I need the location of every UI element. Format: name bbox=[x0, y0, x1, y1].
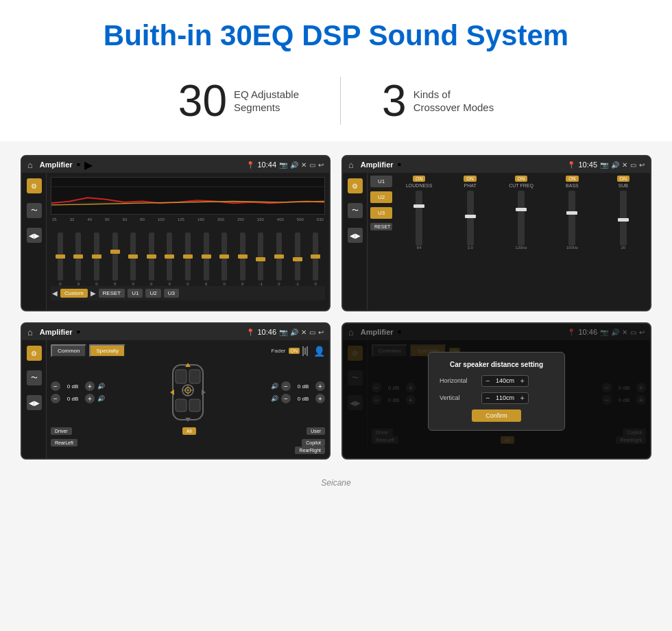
wave-icon[interactable]: 〜 bbox=[27, 203, 42, 218]
amp-vol-sidebar-icon[interactable]: ◀▶ bbox=[27, 395, 42, 410]
amp-minus-rr[interactable]: − bbox=[281, 394, 291, 403]
vol-sidebar-icon[interactable]: ◀▶ bbox=[27, 228, 42, 243]
eq-bottom-bar: ◀ Custom ▶ RESET U1 U2 U3 bbox=[51, 286, 325, 300]
eq-slider-12[interactable]: 0 bbox=[271, 233, 287, 286]
eq-chart bbox=[51, 177, 325, 215]
eq-slider-7[interactable]: 0 bbox=[180, 233, 196, 286]
eq-slider-5[interactable]: 0 bbox=[143, 233, 160, 286]
eq-u3-btn[interactable]: U3 bbox=[164, 289, 179, 298]
amp-fader-on[interactable]: ON bbox=[289, 348, 300, 354]
eq-slider-0[interactable]: 0 bbox=[52, 233, 69, 286]
eq-custom-btn[interactable]: Custom bbox=[60, 289, 88, 298]
eq-next-icon[interactable]: ▶ bbox=[91, 289, 96, 297]
eq-slider-13[interactable]: -1 bbox=[289, 233, 306, 286]
home-icon[interactable]: ⌂ bbox=[27, 160, 33, 170]
cx-u3-btn[interactable]: U3 bbox=[370, 207, 392, 219]
vertical-minus[interactable]: − bbox=[485, 394, 490, 402]
eq-slider-11[interactable]: -1 bbox=[253, 233, 269, 286]
cx-vol-icon[interactable]: ◀▶ bbox=[348, 228, 363, 243]
eq-slider-9[interactable]: 0 bbox=[216, 233, 232, 286]
eq-slider-8[interactable]: 0 bbox=[198, 233, 215, 286]
eq-slider-4[interactable]: 0 bbox=[125, 233, 141, 286]
amp-eq-icon[interactable]: ⚙ bbox=[27, 346, 42, 361]
brand-label: Seicane bbox=[321, 478, 350, 488]
cx-content: ⚙ 〜 ◀▶ U1 U2 U3 RESET ON LOUDNESS bbox=[343, 173, 650, 310]
amp-plus-rl[interactable]: + bbox=[85, 394, 95, 403]
amp-rearright-btn[interactable]: RearRight bbox=[295, 447, 325, 454]
amp-copilot-btn[interactable]: Copilot bbox=[302, 439, 325, 447]
home-icon-amp[interactable]: ⌂ bbox=[27, 327, 33, 337]
eq-prev-icon[interactable]: ◀ bbox=[52, 289, 58, 297]
cx-u2-btn[interactable]: U2 bbox=[370, 191, 392, 203]
amp-minus-fl[interactable]: − bbox=[51, 381, 60, 391]
eq-slider-6[interactable]: 0 bbox=[162, 233, 178, 286]
amp-content: ⚙ 〜 ◀▶ Common Specialty Fader ON bbox=[22, 340, 329, 458]
amp-speaker-rr: 🔊 bbox=[271, 395, 278, 402]
status-bar-amp: ⌂ Amplifier ▪ 📍 10:46 📷 🔊 ✕ ▭ ↩ bbox=[22, 324, 329, 340]
status-icons-cx: 📍 10:45 📷 🔊 ✕ ▭ ↩ bbox=[567, 160, 645, 169]
car-svg bbox=[160, 361, 215, 423]
horizontal-minus[interactable]: − bbox=[485, 377, 490, 385]
amp-minus-rl[interactable]: − bbox=[51, 394, 60, 403]
amp-minus-fr[interactable]: − bbox=[281, 381, 291, 391]
amp-user-btn[interactable]: User bbox=[307, 427, 325, 435]
amp-plus-fl[interactable]: + bbox=[85, 381, 95, 391]
close-icon[interactable]: ✕ bbox=[301, 161, 307, 169]
window-icon-cx: ▭ bbox=[630, 161, 636, 169]
stats-row: 30 EQ Adjustable Segments 3 Kinds of Cro… bbox=[0, 64, 672, 141]
cx-loudness-on[interactable]: ON bbox=[413, 176, 426, 182]
dialog-title: Car speaker distance setting bbox=[440, 361, 553, 368]
back-icon[interactable]: ↩ bbox=[318, 161, 324, 169]
eq-u1-btn[interactable]: U1 bbox=[128, 289, 143, 298]
cx-cutfreq-slider[interactable] bbox=[518, 191, 525, 246]
amp-wave-icon[interactable]: 〜 bbox=[27, 370, 42, 385]
cx-bass-slider[interactable] bbox=[568, 191, 575, 246]
amp-speaker-fr: 🔊 bbox=[271, 383, 278, 390]
cx-bass-on[interactable]: ON bbox=[566, 176, 579, 182]
cx-eq-icon[interactable]: ⚙ bbox=[348, 178, 363, 193]
close-icon-amp[interactable]: ✕ bbox=[301, 329, 307, 336]
status-icons-amp: 📍 10:46 📷 🔊 ✕ ▭ ↩ bbox=[246, 328, 324, 336]
cx-wave-icon[interactable]: 〜 bbox=[348, 203, 363, 218]
amp-plus-fr[interactable]: + bbox=[315, 381, 325, 391]
amp-speaker-rl: 🔊 bbox=[97, 395, 105, 402]
amp-specialty-btn[interactable]: Specialty bbox=[89, 344, 125, 357]
back-icon-cx[interactable]: ↩ bbox=[639, 161, 645, 169]
cx-sub-on[interactable]: ON bbox=[617, 176, 630, 182]
eq-slider-2[interactable]: 0 bbox=[88, 233, 105, 286]
cx-phat-on[interactable]: ON bbox=[464, 176, 477, 182]
cx-reset-btn[interactable]: RESET bbox=[370, 223, 392, 230]
horizontal-plus[interactable]: + bbox=[520, 377, 524, 385]
volume-icon-cx: 🔊 bbox=[611, 161, 619, 169]
amp-driver-btn[interactable]: Driver bbox=[51, 427, 72, 435]
back-icon-amp[interactable]: ↩ bbox=[318, 329, 324, 336]
confirm-button[interactable]: Confirm bbox=[472, 409, 521, 422]
cx-u1-btn[interactable]: U1 bbox=[370, 176, 392, 187]
eq-slider-1[interactable]: 0 bbox=[71, 233, 87, 286]
eq-slider-3[interactable]: 5 bbox=[107, 233, 123, 286]
vertical-plus[interactable]: + bbox=[520, 394, 524, 402]
screenshots-grid: ⌂ Amplifier ▪ ▶ 📍 10:44 📷 🔊 ✕ ▭ ↩ ⚙ 〜 ◀▶ bbox=[0, 141, 672, 473]
eq-reset-btn[interactable]: RESET bbox=[99, 289, 125, 298]
amp-plus-rr[interactable]: + bbox=[315, 394, 325, 403]
eq-play-icon[interactable]: ▶ bbox=[84, 158, 93, 171]
home-icon-cx[interactable]: ⌂ bbox=[348, 160, 354, 170]
cx-sub-slider[interactable] bbox=[620, 191, 627, 246]
amp-user-icon[interactable]: 👤 bbox=[313, 346, 325, 357]
amp-common-btn[interactable]: Common bbox=[51, 344, 86, 357]
amp-all-btn[interactable]: All bbox=[182, 427, 196, 435]
cx-loudness-slider[interactable] bbox=[416, 191, 422, 246]
eq-icon[interactable]: ⚙ bbox=[27, 178, 42, 193]
eq-u2-btn[interactable]: U2 bbox=[145, 289, 160, 298]
cx-presets: U1 U2 U3 RESET bbox=[370, 176, 392, 307]
cx-phat-slider[interactable] bbox=[467, 191, 474, 246]
footer: Seicane bbox=[0, 473, 672, 491]
close-icon-cx[interactable]: ✕ bbox=[622, 161, 627, 169]
cx-bass: ON BASS 100Hz bbox=[548, 176, 596, 307]
amp-inner: ⚙ 〜 ◀▶ Common Specialty Fader ON bbox=[22, 340, 329, 458]
cx-cutfreq-on[interactable]: ON bbox=[515, 176, 528, 182]
eq-slider-10[interactable]: 0 bbox=[235, 233, 251, 286]
amp-rearleft-btn[interactable]: RearLeft bbox=[51, 439, 77, 447]
eq-slider-14[interactable]: 0 bbox=[307, 233, 324, 286]
eq-time: 10:44 bbox=[257, 160, 276, 169]
